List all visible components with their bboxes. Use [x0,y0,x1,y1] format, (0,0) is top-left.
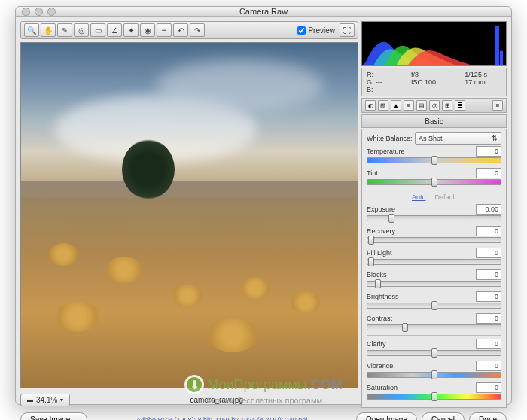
recovery-label: Recovery [367,227,395,235]
temperature-slider[interactable] [367,157,501,163]
contrast-label: Contrast [367,315,392,322]
vibrance-label: Vibrance [367,362,393,370]
tool-toolbar: 🔍 ✋ ✎ ◎ ▭ ∠ ✦ ◉ ≡ ↶ ↷ Preview ⛶ [20,21,358,39]
zoom-window-button[interactable] [47,8,56,16]
done-button[interactable]: Done [469,412,507,420]
tab-curve-icon[interactable]: ▨ [378,100,388,111]
fill-value[interactable]: 0 [476,248,501,258]
retouch-tool-icon[interactable]: ✦ [123,23,139,37]
auto-link[interactable]: Auto [412,193,426,201]
exposure-value[interactable]: 0.00 [476,204,501,215]
tint-slider[interactable] [367,179,501,185]
contrast-value[interactable]: 0 [476,313,501,324]
svg-rect-0 [495,26,499,65]
tab-split-icon[interactable]: ▤ [416,100,427,111]
preview-checkbox-input[interactable] [297,26,306,35]
clarity-value[interactable]: 0 [476,339,501,349]
crop-tool-icon[interactable]: ▭ [90,23,105,37]
tint-value[interactable]: 0 [476,168,501,178]
blacks-slider[interactable] [367,281,501,287]
fullscreen-icon[interactable]: ⛶ [340,23,355,37]
minimize-window-button[interactable] [35,8,43,16]
tab-menu-icon[interactable]: ≡ [492,100,503,111]
tint-label: Tint [367,169,378,177]
panel-title: Basic [361,114,507,128]
prefs-tool-icon[interactable]: ≡ [157,23,172,37]
contrast-slider[interactable] [367,324,501,330]
filename-label: camera_raw.jpg [75,396,358,404]
exposure-label: Exposure [367,205,395,213]
straighten-tool-icon[interactable]: ∠ [107,23,122,37]
zoom-dropdown[interactable]: ▬ 34.1% ▾ [20,394,70,406]
eyedropper-tool-icon[interactable]: ✎ [57,23,72,37]
tab-hsl-icon[interactable]: ≡ [404,100,414,111]
svg-rect-1 [500,51,503,65]
close-window-button[interactable] [22,8,30,16]
panel-tabs: ◐ ▨ ▲ ≡ ▤ ◎ ⊞ ≣ ≡ [361,98,507,113]
histogram[interactable] [361,21,507,66]
clarity-label: Clarity [367,340,386,348]
brightness-value[interactable]: 0 [476,291,501,302]
saturation-slider[interactable] [367,394,501,400]
color-sampler-icon[interactable]: ◎ [74,23,89,37]
blacks-value[interactable]: 0 [476,269,501,280]
brightness-slider[interactable] [367,303,501,309]
redeye-tool-icon[interactable]: ◉ [140,23,155,37]
temperature-label: Temperature [367,148,405,155]
titlebar: Camera Raw [16,7,511,17]
fill-slider[interactable] [367,259,501,265]
tab-lens-icon[interactable]: ◎ [429,100,440,111]
zoom-tool-icon[interactable]: 🔍 [24,23,39,37]
default-link[interactable]: Default [434,193,456,201]
fill-label: Fill Light [367,249,392,257]
save-image-button[interactable]: Save Image… [20,412,87,420]
saturation-value[interactable]: 0 [476,382,501,393]
tab-presets-icon[interactable]: ≣ [455,100,465,111]
saturation-label: Saturation [367,384,398,391]
vibrance-value[interactable]: 0 [476,361,501,371]
preview-checkbox[interactable]: Preview [297,26,335,35]
vibrance-slider[interactable] [367,372,501,378]
cancel-button[interactable]: Cancel [422,412,465,420]
exposure-slider[interactable] [367,215,501,221]
tab-detail-icon[interactable]: ▲ [391,100,401,111]
blacks-label: Blacks [367,271,387,278]
tab-camera-icon[interactable]: ⊞ [442,100,452,111]
tab-basic-icon[interactable]: ◐ [365,100,376,111]
app-window: Camera Raw 🔍 ✋ ✎ ◎ ▭ ∠ ✦ ◉ ≡ ↶ ↷ Preview [15,6,512,405]
basic-panel: White Balance: As Shot⇅ Temperature 0 Ti… [361,129,507,408]
exif-info: R: --- G: --- B: --- f/8 ISO 100 1/125 s… [361,68,507,96]
open-image-button[interactable]: Open Image [356,412,417,420]
rotate-ccw-icon[interactable]: ↶ [173,23,188,37]
window-title: Camera Raw [239,7,288,16]
temperature-value[interactable]: 0 [476,146,501,157]
recovery-value[interactable]: 0 [476,226,501,236]
image-preview[interactable] [20,42,358,388]
rotate-cw-icon[interactable]: ↷ [190,23,205,37]
brightness-label: Brightness [367,293,399,300]
recovery-slider[interactable] [367,237,501,243]
wb-dropdown[interactable]: As Shot⇅ [415,132,501,145]
workflow-link[interactable]: Adobe RGB (1998); 8 bit; 2159 by 1924 (4… [92,416,352,421]
clarity-slider[interactable] [367,350,501,356]
wb-label: White Balance: [367,135,415,142]
hand-tool-icon[interactable]: ✋ [41,23,56,37]
